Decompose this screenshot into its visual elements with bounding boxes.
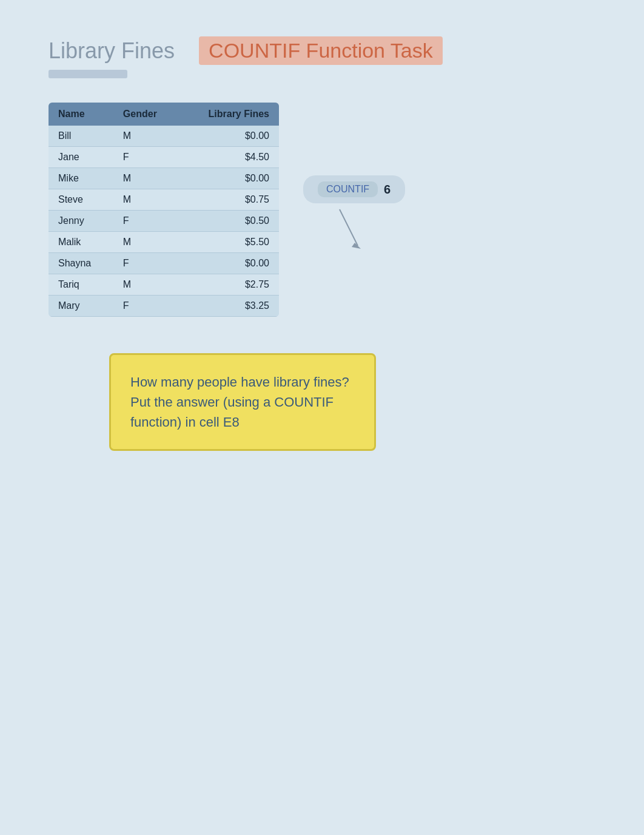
page-title: Library Fines bbox=[49, 38, 175, 64]
task-title: COUNTIF Function Task bbox=[199, 36, 443, 65]
cell-gender: F bbox=[113, 296, 179, 317]
table-row: MikeM$0.00 bbox=[49, 168, 279, 189]
data-table: Name Gender Library Fines BillM$0.00Jane… bbox=[49, 103, 279, 317]
subtitle-bar bbox=[49, 70, 127, 78]
instruction-text: How many people have library fines? Put … bbox=[130, 374, 349, 430]
cell-fines: $0.00 bbox=[179, 253, 279, 274]
cell-fines: $3.25 bbox=[179, 296, 279, 317]
cell-gender: M bbox=[113, 168, 179, 189]
table-row: JennyF$0.50 bbox=[49, 211, 279, 232]
cell-gender: F bbox=[113, 147, 179, 168]
cell-fines: $0.75 bbox=[179, 189, 279, 211]
table-row: BillM$0.00 bbox=[49, 126, 279, 147]
table-row: MaryF$3.25 bbox=[49, 296, 279, 317]
cell-gender: F bbox=[113, 211, 179, 232]
col-header-name: Name bbox=[49, 103, 113, 126]
table-row: SteveM$0.75 bbox=[49, 189, 279, 211]
cell-name: Shayna bbox=[49, 253, 113, 274]
col-header-gender: Gender bbox=[113, 103, 179, 126]
arrow-svg bbox=[321, 203, 382, 252]
cell-name: Steve bbox=[49, 189, 113, 211]
cell-name: Bill bbox=[49, 126, 113, 147]
table-row: TariqM$2.75 bbox=[49, 274, 279, 296]
cell-fines: $0.50 bbox=[179, 211, 279, 232]
cell-gender: F bbox=[113, 253, 179, 274]
result-bubble: COUNTIF 6 bbox=[303, 175, 405, 203]
result-label: COUNTIF bbox=[318, 181, 378, 197]
col-header-fines: Library Fines bbox=[179, 103, 279, 126]
cell-name: Mary bbox=[49, 296, 113, 317]
cell-fines: $2.75 bbox=[179, 274, 279, 296]
cell-name: Jane bbox=[49, 147, 113, 168]
table-row: JaneF$4.50 bbox=[49, 147, 279, 168]
cell-fines: $0.00 bbox=[179, 168, 279, 189]
header-row: Library Fines COUNTIF Function Task bbox=[49, 36, 595, 65]
svg-line-0 bbox=[340, 209, 358, 246]
cell-name: Tariq bbox=[49, 274, 113, 296]
cell-gender: M bbox=[113, 232, 179, 253]
result-value: 6 bbox=[384, 183, 391, 197]
cell-fines: $5.50 bbox=[179, 232, 279, 253]
cell-fines: $4.50 bbox=[179, 147, 279, 168]
cell-gender: M bbox=[113, 126, 179, 147]
cell-name: Mike bbox=[49, 168, 113, 189]
page-container: Library Fines COUNTIF Function Task Name… bbox=[0, 0, 644, 835]
table-row: MalikM$5.50 bbox=[49, 232, 279, 253]
instruction-box: How many people have library fines? Put … bbox=[109, 353, 376, 451]
cell-name: Malik bbox=[49, 232, 113, 253]
cell-gender: M bbox=[113, 274, 179, 296]
cell-name: Jenny bbox=[49, 211, 113, 232]
table-row: ShaynaF$0.00 bbox=[49, 253, 279, 274]
cell-gender: M bbox=[113, 189, 179, 211]
cell-fines: $0.00 bbox=[179, 126, 279, 147]
